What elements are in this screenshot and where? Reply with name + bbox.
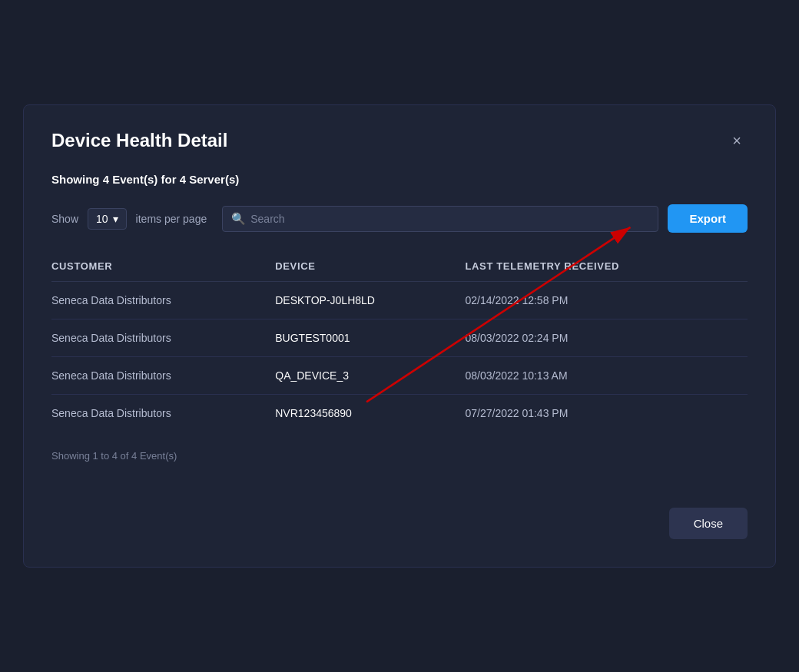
export-button[interactable]: Export [668, 204, 748, 233]
subtitle: Showing 4 Event(s) for 4 Server(s) [51, 173, 748, 186]
col-header-customer: CUSTOMER [51, 251, 275, 282]
search-container: 🔍 [222, 206, 658, 232]
cell-device: NVR123456890 [275, 395, 465, 432]
cell-customer: Seneca Data Distributors [51, 357, 275, 395]
cell-device: DESKTOP-J0LH8LD [275, 282, 465, 319]
cell-customer: Seneca Data Distributors [51, 319, 275, 357]
table-row: Seneca Data DistributorsQA_DEVICE_308/03… [51, 357, 748, 395]
table-row: Seneca Data DistributorsDESKTOP-J0LH8LD0… [51, 282, 748, 319]
cell-customer: Seneca Data Distributors [51, 395, 275, 432]
close-footer-button[interactable]: Close [669, 508, 748, 539]
table-header: CUSTOMER DEVICE LAST TELEMETRY RECEIVED [51, 251, 748, 282]
col-header-telemetry: LAST TELEMETRY RECEIVED [465, 251, 748, 282]
overlay: Device Health Detail × Showing 4 Event(s… [0, 0, 799, 672]
show-label: Show [51, 213, 78, 225]
modal-close-button[interactable]: × [726, 130, 748, 151]
col-header-device: DEVICE [275, 251, 465, 282]
per-page-select[interactable]: 10 ▾ [88, 208, 127, 230]
modal-dialog: Device Health Detail × Showing 4 Event(s… [23, 104, 776, 568]
search-icon: 🔍 [231, 212, 246, 226]
cell-customer: Seneca Data Distributors [51, 282, 275, 319]
cell-device: BUGTEST0001 [275, 319, 465, 357]
table-row: Seneca Data DistributorsNVR12345689007/2… [51, 395, 748, 432]
modal-title: Device Health Detail [51, 130, 227, 151]
table-body: Seneca Data DistributorsDESKTOP-J0LH8LD0… [51, 282, 748, 432]
items-per-page-label: items per page [136, 213, 207, 225]
modal-header: Device Health Detail × [51, 130, 748, 151]
search-input[interactable] [222, 206, 658, 232]
pagination-info: Showing 1 to 4 of 4 Event(s) [51, 450, 748, 462]
cell-telemetry: 08/03/2022 10:13 AM [465, 357, 748, 395]
dropdown-arrow-icon: ▾ [113, 213, 118, 225]
cell-telemetry: 08/03/2022 02:24 PM [465, 319, 748, 357]
cell-device: QA_DEVICE_3 [275, 357, 465, 395]
table-row: Seneca Data DistributorsBUGTEST000108/03… [51, 319, 748, 357]
controls-row: Show 10 ▾ items per page 🔍 Export [51, 204, 748, 233]
cell-telemetry: 07/27/2022 01:43 PM [465, 395, 748, 432]
modal-footer: Close [51, 508, 748, 539]
per-page-value: 10 [96, 213, 108, 225]
data-table: CUSTOMER DEVICE LAST TELEMETRY RECEIVED … [51, 251, 748, 432]
cell-telemetry: 02/14/2022 12:58 PM [465, 282, 748, 319]
